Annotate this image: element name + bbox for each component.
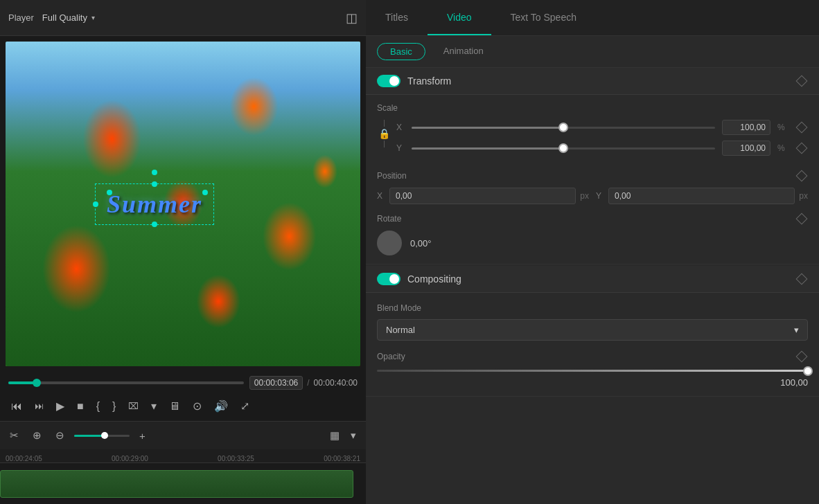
time-total: 00:00:40:00 (314, 378, 358, 388)
scale-y-keyframe-button[interactable] (795, 142, 808, 154)
selection-handle-ml (93, 201, 98, 207)
lock-icon-area: 🔒 (377, 120, 391, 147)
rotate-label: Rotate (377, 214, 401, 224)
snapshot-button[interactable]: ⊙ (190, 397, 204, 415)
blend-mode-value: Normal (386, 325, 415, 335)
track-remove-button[interactable]: ⊖ (51, 427, 69, 444)
compositing-toggle[interactable] (377, 273, 400, 285)
opacity-keyframe-button[interactable] (795, 350, 808, 363)
zoom-track[interactable] (74, 435, 130, 437)
lock-line-top (384, 120, 385, 127)
transform-diamond-icon (796, 75, 808, 87)
blend-chevron-icon: ▾ (794, 325, 799, 335)
lock-icon[interactable]: 🔒 (378, 128, 390, 139)
compositing-toggle-knob (389, 274, 399, 284)
mark-in-button[interactable]: { (94, 397, 103, 415)
controls-row: ⏮ ⏭ ▶ ■ { } ⌧ ▾ 🖥 ⊙ 🔊 ⤢ (8, 394, 358, 418)
fullscreen-button[interactable]: ⤢ (238, 397, 252, 415)
opacity-label: Opacity (377, 352, 405, 361)
position-y-field: Y px (596, 188, 808, 204)
scale-x-fill (412, 127, 563, 129)
ruler-mark-2: 00:00:29:00 (112, 455, 148, 462)
timeline-clip[interactable] (0, 470, 353, 498)
sub-tab-basic-label: Basic (390, 46, 412, 57)
scale-x-row: X 100,00 % (396, 120, 808, 135)
transform-toggle[interactable] (377, 75, 400, 87)
progress-row: 00:00:03:06 / 00:00:40:00 (8, 376, 358, 390)
stop-button[interactable]: ■ (74, 397, 87, 415)
scale-y-row: Y 100,00 % (396, 141, 808, 156)
scale-y-label: Y (396, 143, 405, 153)
scissors-button[interactable]: ✂ (6, 427, 23, 444)
scale-x-track[interactable] (412, 127, 715, 129)
selection-handle-bm (152, 222, 157, 227)
overlay-button[interactable]: ⌧ (125, 398, 141, 414)
zoom-slider-container (74, 435, 130, 437)
tab-titles[interactable]: Titles (366, 0, 428, 35)
transform-toggle-knob (389, 76, 399, 86)
zoom-plus-button[interactable]: + (135, 428, 150, 444)
sub-tab-basic[interactable]: Basic (377, 43, 425, 60)
tab-video[interactable]: Video (428, 0, 491, 35)
timeline-toolbar: ✂ ⊕ ⊖ + ▦ ▾ (0, 422, 366, 449)
playback-bar: 00:00:03:06 / 00:00:40:00 ⏮ ⏭ ▶ ■ { } ⌧ … (0, 372, 366, 421)
text-overlay-container[interactable]: Summer (95, 183, 214, 225)
quality-dropdown[interactable]: Full Quality ▾ (42, 12, 95, 23)
rotate-keyframe-button[interactable] (795, 213, 808, 225)
position-x-input[interactable] (389, 188, 576, 204)
ruler-mark-1: 00:00:24:05 (6, 455, 42, 462)
opacity-track[interactable] (377, 370, 808, 372)
overlay-dropdown-button[interactable]: ▾ (148, 397, 159, 415)
frame-step-button[interactable]: ⏭ (32, 398, 46, 414)
position-keyframe-button[interactable] (795, 170, 808, 182)
timeline-ruler: 00:00:24:05 00:00:29:00 00:00:33:25 00:0… (0, 449, 366, 463)
tab-tts-label: Text To Speech (511, 12, 576, 23)
zoom-thumb (101, 432, 108, 439)
rotate-dial[interactable] (377, 231, 402, 255)
position-row: X px Y px (377, 188, 808, 204)
opacity-diamond-icon (796, 351, 808, 363)
video-background: Summer (6, 42, 360, 366)
chevron-down-icon: ▾ (91, 14, 95, 21)
time-display: 00:00:03:06 / 00:00:40:00 (249, 376, 358, 390)
scale-y-value[interactable]: 100,00 (722, 141, 770, 156)
time-separator: / (307, 378, 309, 388)
pos-y-axis-label: Y (596, 191, 604, 201)
scale-y-track[interactable] (412, 147, 715, 150)
transform-keyframe-button[interactable] (795, 75, 808, 87)
quality-label: Full Quality (42, 12, 87, 23)
transform-title: Transform (407, 75, 451, 87)
grid-button[interactable]: ▦ (326, 427, 344, 444)
compositing-keyframe-button[interactable] (795, 273, 808, 285)
scale-y-fill (412, 147, 563, 150)
track-add-button[interactable]: ⊕ (28, 427, 46, 444)
position-diamond-icon (796, 170, 808, 182)
position-x-field: X px (377, 188, 589, 204)
grid-button-area: ▦ ▾ (326, 427, 360, 444)
blend-mode-label: Blend Mode (377, 303, 421, 313)
mark-out-button[interactable]: } (109, 397, 118, 415)
ruler-mark-4: 00:00:38:21 (324, 455, 360, 462)
play-button[interactable]: ▶ (53, 397, 67, 415)
opacity-value-row: 100,00 (377, 377, 808, 388)
player-header: Player Full Quality ▾ ◫ (0, 0, 366, 36)
scale-x-keyframe-button[interactable] (795, 121, 808, 134)
tab-text-to-speech[interactable]: Text To Speech (491, 0, 596, 35)
step-back-button[interactable]: ⏮ (8, 397, 25, 415)
compositing-section-header: Compositing (366, 266, 819, 293)
screen-button[interactable]: 🖥 (166, 397, 183, 415)
transform-scale-content: Scale 🔒 X 100,00 % (366, 95, 819, 264)
progress-track[interactable] (8, 381, 244, 384)
timeline-section: ✂ ⊕ ⊖ + ▦ ▾ 00:00:24:05 00:00:29:00 00:0… (0, 421, 366, 504)
histogram-icon[interactable]: ◫ (346, 10, 358, 26)
volume-button[interactable]: 🔊 (211, 397, 231, 415)
position-y-input[interactable] (608, 188, 795, 204)
scale-x-value[interactable]: 100,00 (722, 120, 770, 135)
lock-line-bottom (384, 141, 385, 147)
blend-mode-dropdown[interactable]: Normal ▾ (377, 319, 808, 341)
sub-tab-animation[interactable]: Animation (431, 43, 496, 60)
rotate-diamond-icon (796, 213, 808, 225)
grid-dropdown-button[interactable]: ▾ (346, 427, 360, 444)
ruler-mark-3: 00:00:33:25 (218, 455, 254, 462)
left-panel: Player Full Quality ▾ ◫ Summer (0, 0, 366, 504)
